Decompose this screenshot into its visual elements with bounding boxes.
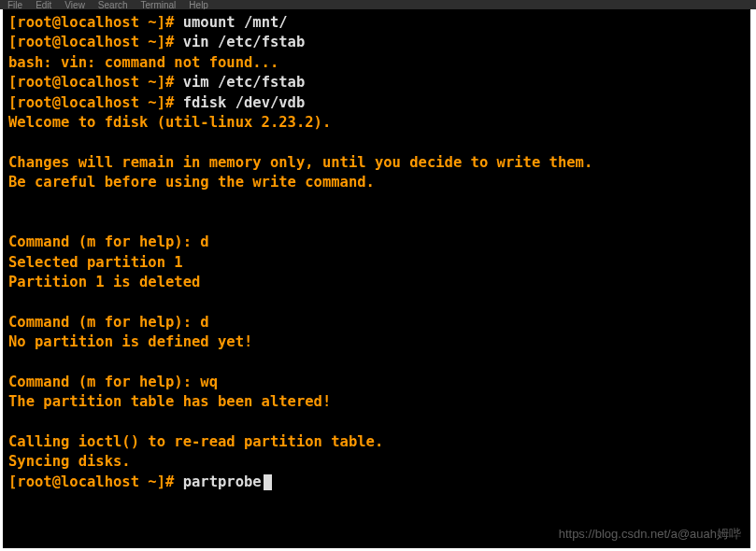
terminal-line: Syncing disks. — [8, 452, 745, 472]
prompt: [root@localhost ~]# — [8, 74, 183, 91]
terminal-line: No partition is defined yet! — [8, 332, 745, 352]
prompt: [root@localhost ~]# — [8, 34, 183, 50]
cursor — [264, 474, 272, 490]
terminal-line: The partition table has been altered! — [8, 392, 745, 412]
prompt: [root@localhost ~]# — [8, 14, 183, 31]
command-text: vim /etc/fstab — [183, 74, 306, 91]
command-text: vin /etc/fstab — [183, 34, 306, 50]
menu-item-search[interactable]: Search — [98, 0, 128, 9]
prompt: [root@localhost ~]# — [8, 473, 183, 490]
terminal-line: [root@localhost ~]# fdisk /dev/vdb — [8, 93, 745, 113]
terminal-line: Partition 1 is deleted — [8, 273, 745, 292]
watermark: https://blog.csdn.net/a@auah姆哔 — [559, 526, 741, 543]
terminal-line: Be careful before using the write comman… — [8, 173, 745, 192]
terminal-line: Calling ioctl() to re-read partition tab… — [8, 432, 745, 452]
terminal-line — [8, 292, 745, 312]
terminal-line: bash: vin: command not found... — [8, 53, 745, 73]
menu-item-edit[interactable]: Edit — [36, 0, 51, 9]
terminal-line — [8, 192, 745, 212]
terminal-line: [root@localhost ~]# vin /etc/fstab — [8, 33, 745, 52]
menu-item-file[interactable]: File — [7, 0, 22, 9]
prompt: [root@localhost ~]# — [8, 94, 183, 111]
command-text: umount /mnt/ — [183, 14, 288, 31]
terminal-line: Command (m for help): d — [8, 233, 745, 252]
menu-bar: File Edit View Search Terminal Help — [0, 0, 756, 9]
terminal-line: Changes will remain in memory only, unti… — [8, 153, 745, 173]
terminal-line: Command (m for help): wq — [8, 373, 745, 392]
command-text: partprobe — [183, 473, 262, 490]
terminal-line: Selected partition 1 — [8, 253, 745, 273]
terminal[interactable]: [root@localhost ~]# umount /mnt/[root@lo… — [3, 9, 750, 548]
terminal-line: Command (m for help): d — [8, 313, 745, 332]
terminal-line: Welcome to fdisk (util-linux 2.23.2). — [8, 113, 745, 133]
terminal-line: [root@localhost ~]# umount /mnt/ — [8, 13, 745, 33]
terminal-content: [root@localhost ~]# umount /mnt/[root@lo… — [8, 13, 745, 492]
terminal-line — [8, 413, 745, 432]
menu-item-view[interactable]: View — [64, 0, 85, 9]
menu-item-help[interactable]: Help — [189, 0, 208, 9]
terminal-line — [8, 133, 745, 152]
terminal-line: [root@localhost ~]# partprobe — [8, 473, 745, 492]
terminal-line — [8, 352, 745, 372]
command-text: fdisk /dev/vdb — [183, 94, 306, 111]
menu-item-terminal[interactable]: Terminal — [141, 0, 177, 9]
terminal-line — [8, 213, 745, 233]
terminal-line: [root@localhost ~]# vim /etc/fstab — [8, 73, 745, 92]
